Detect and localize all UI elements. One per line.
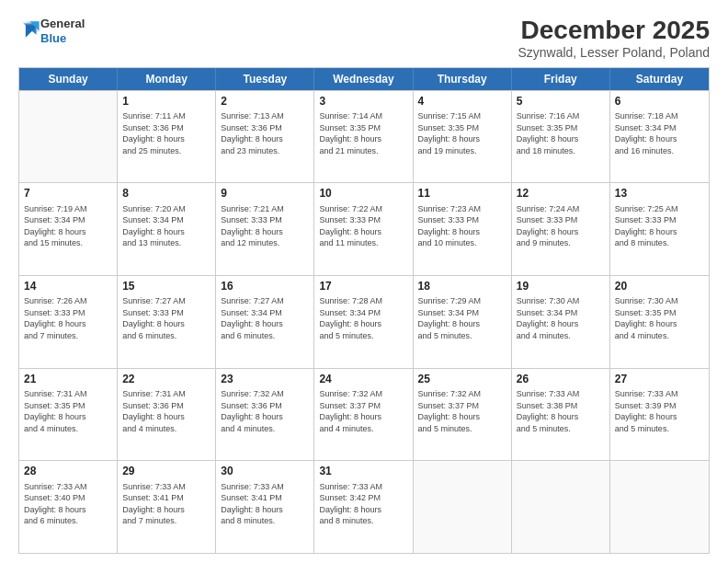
day-number: 12 xyxy=(517,186,605,201)
day-number: 15 xyxy=(122,279,210,293)
cell-text: Sunrise: 7:13 AM Sunset: 3:36 PM Dayligh… xyxy=(221,110,309,156)
calendar-row: 1Sunrise: 7:11 AM Sunset: 3:36 PM Daylig… xyxy=(19,90,709,183)
cell-text: Sunrise: 7:19 AM Sunset: 3:34 PM Dayligh… xyxy=(24,203,112,249)
day-number: 28 xyxy=(24,464,112,478)
calendar-header-cell: Wednesday xyxy=(314,68,413,90)
day-number: 19 xyxy=(517,279,605,293)
cell-text: Sunrise: 7:27 AM Sunset: 3:33 PM Dayligh… xyxy=(122,295,210,341)
day-number: 14 xyxy=(24,279,112,293)
cell-text: Sunrise: 7:33 AM Sunset: 3:38 PM Dayligh… xyxy=(517,388,605,434)
calendar-cell: 19Sunrise: 7:30 AM Sunset: 3:34 PM Dayli… xyxy=(512,276,610,368)
cell-text: Sunrise: 7:15 AM Sunset: 3:35 PM Dayligh… xyxy=(418,110,506,156)
logo: General Blue xyxy=(18,17,85,45)
calendar-cell: 25Sunrise: 7:32 AM Sunset: 3:37 PM Dayli… xyxy=(414,369,512,461)
day-number: 3 xyxy=(319,94,407,109)
calendar-header-cell: Monday xyxy=(118,68,216,90)
calendar-cell: 2Sunrise: 7:13 AM Sunset: 3:36 PM Daylig… xyxy=(216,91,314,183)
calendar-body: 1Sunrise: 7:11 AM Sunset: 3:36 PM Daylig… xyxy=(19,90,709,553)
calendar-cell: 8Sunrise: 7:20 AM Sunset: 3:34 PM Daylig… xyxy=(118,183,216,275)
calendar-header-cell: Friday xyxy=(512,68,610,90)
cell-text: Sunrise: 7:33 AM Sunset: 3:40 PM Dayligh… xyxy=(24,481,112,527)
day-number: 2 xyxy=(221,94,309,109)
calendar-header-cell: Sunday xyxy=(19,68,118,90)
day-number: 30 xyxy=(221,464,309,478)
calendar-row: 21Sunrise: 7:31 AM Sunset: 3:35 PM Dayli… xyxy=(19,368,709,461)
day-number: 18 xyxy=(418,279,506,293)
calendar-cell: 1Sunrise: 7:11 AM Sunset: 3:36 PM Daylig… xyxy=(118,91,216,183)
day-number: 20 xyxy=(615,279,704,293)
calendar-cell xyxy=(19,91,118,183)
calendar-cell xyxy=(512,461,610,553)
calendar-cell: 18Sunrise: 7:29 AM Sunset: 3:34 PM Dayli… xyxy=(414,276,512,368)
day-number: 31 xyxy=(319,464,407,478)
calendar-cell: 6Sunrise: 7:18 AM Sunset: 3:34 PM Daylig… xyxy=(610,91,709,183)
cell-text: Sunrise: 7:27 AM Sunset: 3:34 PM Dayligh… xyxy=(221,295,309,341)
cell-text: Sunrise: 7:30 AM Sunset: 3:34 PM Dayligh… xyxy=(517,295,605,341)
day-number: 10 xyxy=(319,186,407,201)
day-number: 7 xyxy=(24,186,112,201)
day-number: 24 xyxy=(319,372,407,386)
calendar-cell: 17Sunrise: 7:28 AM Sunset: 3:34 PM Dayli… xyxy=(314,276,413,368)
cell-text: Sunrise: 7:21 AM Sunset: 3:33 PM Dayligh… xyxy=(221,203,309,249)
calendar-cell: 20Sunrise: 7:30 AM Sunset: 3:35 PM Dayli… xyxy=(610,276,709,368)
day-number: 4 xyxy=(418,94,506,109)
calendar-cell: 11Sunrise: 7:23 AM Sunset: 3:33 PM Dayli… xyxy=(414,183,512,275)
day-number: 17 xyxy=(319,279,407,293)
calendar-cell: 28Sunrise: 7:33 AM Sunset: 3:40 PM Dayli… xyxy=(19,461,118,553)
calendar-cell: 24Sunrise: 7:32 AM Sunset: 3:37 PM Dayli… xyxy=(314,369,413,461)
cell-text: Sunrise: 7:29 AM Sunset: 3:34 PM Dayligh… xyxy=(418,295,506,341)
title-block: December 2025 Szynwald, Lesser Poland, P… xyxy=(518,17,710,60)
calendar-cell: 30Sunrise: 7:33 AM Sunset: 3:41 PM Dayli… xyxy=(216,461,314,553)
cell-text: Sunrise: 7:32 AM Sunset: 3:36 PM Dayligh… xyxy=(221,388,309,434)
calendar-cell: 21Sunrise: 7:31 AM Sunset: 3:35 PM Dayli… xyxy=(19,369,118,461)
cell-text: Sunrise: 7:23 AM Sunset: 3:33 PM Dayligh… xyxy=(418,203,506,249)
page: General Blue December 2025 Szynwald, Les… xyxy=(0,0,728,563)
cell-text: Sunrise: 7:22 AM Sunset: 3:33 PM Dayligh… xyxy=(319,203,407,249)
cell-text: Sunrise: 7:25 AM Sunset: 3:33 PM Dayligh… xyxy=(615,203,704,249)
calendar-cell: 31Sunrise: 7:33 AM Sunset: 3:42 PM Dayli… xyxy=(314,461,413,553)
cell-text: Sunrise: 7:18 AM Sunset: 3:34 PM Dayligh… xyxy=(615,110,704,156)
logo-icon xyxy=(20,19,40,40)
calendar-header-cell: Saturday xyxy=(610,68,709,90)
cell-text: Sunrise: 7:33 AM Sunset: 3:41 PM Dayligh… xyxy=(221,481,309,527)
cell-text: Sunrise: 7:31 AM Sunset: 3:35 PM Dayligh… xyxy=(24,388,112,434)
calendar-cell: 13Sunrise: 7:25 AM Sunset: 3:33 PM Dayli… xyxy=(610,183,709,275)
subtitle: Szynwald, Lesser Poland, Poland xyxy=(518,45,710,60)
header: General Blue December 2025 Szynwald, Les… xyxy=(18,17,710,60)
calendar-cell xyxy=(414,461,512,553)
calendar-cell: 5Sunrise: 7:16 AM Sunset: 3:35 PM Daylig… xyxy=(512,91,610,183)
cell-text: Sunrise: 7:20 AM Sunset: 3:34 PM Dayligh… xyxy=(122,203,210,249)
day-number: 25 xyxy=(418,372,506,386)
calendar-cell: 29Sunrise: 7:33 AM Sunset: 3:41 PM Dayli… xyxy=(118,461,216,553)
cell-text: Sunrise: 7:33 AM Sunset: 3:41 PM Dayligh… xyxy=(122,481,210,527)
day-number: 13 xyxy=(615,186,704,201)
calendar-cell: 26Sunrise: 7:33 AM Sunset: 3:38 PM Dayli… xyxy=(512,369,610,461)
calendar: SundayMondayTuesdayWednesdayThursdayFrid… xyxy=(18,67,710,554)
cell-text: Sunrise: 7:30 AM Sunset: 3:35 PM Dayligh… xyxy=(615,295,704,341)
calendar-cell: 15Sunrise: 7:27 AM Sunset: 3:33 PM Dayli… xyxy=(118,276,216,368)
calendar-cell: 10Sunrise: 7:22 AM Sunset: 3:33 PM Dayli… xyxy=(314,183,413,275)
cell-text: Sunrise: 7:33 AM Sunset: 3:39 PM Dayligh… xyxy=(615,388,704,434)
logo-text: General Blue xyxy=(40,17,85,45)
day-number: 11 xyxy=(418,186,506,201)
calendar-header-cell: Thursday xyxy=(414,68,512,90)
day-number: 29 xyxy=(122,464,210,478)
day-number: 22 xyxy=(122,372,210,386)
day-number: 8 xyxy=(122,186,210,201)
day-number: 6 xyxy=(615,94,704,109)
cell-text: Sunrise: 7:26 AM Sunset: 3:33 PM Dayligh… xyxy=(24,295,112,341)
calendar-row: 28Sunrise: 7:33 AM Sunset: 3:40 PM Dayli… xyxy=(19,460,709,553)
calendar-header-cell: Tuesday xyxy=(216,68,314,90)
calendar-row: 14Sunrise: 7:26 AM Sunset: 3:33 PM Dayli… xyxy=(19,275,709,368)
calendar-cell: 22Sunrise: 7:31 AM Sunset: 3:36 PM Dayli… xyxy=(118,369,216,461)
day-number: 5 xyxy=(517,94,605,109)
cell-text: Sunrise: 7:24 AM Sunset: 3:33 PM Dayligh… xyxy=(517,203,605,249)
day-number: 27 xyxy=(615,372,704,386)
calendar-cell: 12Sunrise: 7:24 AM Sunset: 3:33 PM Dayli… xyxy=(512,183,610,275)
calendar-header: SundayMondayTuesdayWednesdayThursdayFrid… xyxy=(19,68,709,90)
calendar-cell: 23Sunrise: 7:32 AM Sunset: 3:36 PM Dayli… xyxy=(216,369,314,461)
logo-line2: Blue xyxy=(40,31,85,46)
calendar-cell: 7Sunrise: 7:19 AM Sunset: 3:34 PM Daylig… xyxy=(19,183,118,275)
day-number: 16 xyxy=(221,279,309,293)
cell-text: Sunrise: 7:32 AM Sunset: 3:37 PM Dayligh… xyxy=(418,388,506,434)
